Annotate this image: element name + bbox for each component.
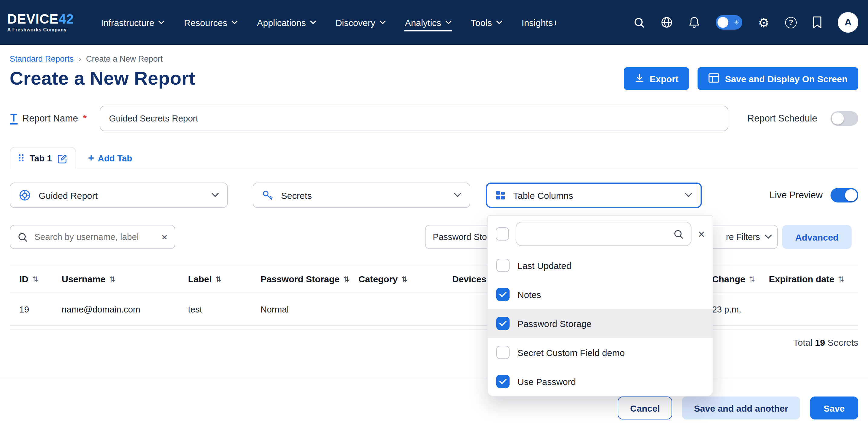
chevron-down-icon xyxy=(765,235,772,239)
search-icon[interactable] xyxy=(633,17,645,28)
password-storage-filter-label: Password Stor xyxy=(433,232,490,242)
user-avatar[interactable]: A xyxy=(838,12,858,33)
table-columns-select[interactable]: Table Columns xyxy=(486,183,702,208)
add-tab-label: Add Tab xyxy=(98,153,132,163)
close-icon[interactable]: × xyxy=(698,228,705,240)
column-label: Devices xyxy=(452,274,486,284)
checkbox[interactable] xyxy=(496,346,509,359)
sort-icon[interactable]: ⇅ xyxy=(401,275,407,283)
dropdown-search-row: × xyxy=(488,216,713,251)
option-label: Password Storage xyxy=(518,318,591,329)
sort-icon[interactable]: ⇅ xyxy=(749,275,755,283)
tab-1-label: Tab 1 xyxy=(30,154,52,163)
nav-label: Infrastructure xyxy=(101,17,154,28)
toggle-knob xyxy=(845,189,857,201)
theme-toggle[interactable]: ☀ xyxy=(716,15,742,30)
columns-grid-icon xyxy=(496,190,505,200)
cancel-button[interactable]: Cancel xyxy=(618,397,672,419)
chevron-down-icon xyxy=(445,20,452,25)
sort-icon[interactable]: ⇅ xyxy=(215,275,221,283)
save-and-display-button[interactable]: Save and Display On Screen xyxy=(698,67,858,90)
secrets-table: ID⇅ Username⇅ Label⇅ Password Storage⇅ C… xyxy=(10,265,858,330)
report-type-value: Guided Report xyxy=(39,190,98,200)
help-icon[interactable]: ? xyxy=(785,17,797,28)
live-preview-control: Live Preview xyxy=(770,188,858,202)
nav-label: Tools xyxy=(471,17,492,28)
column-header-expiration-date[interactable]: Expiration date⇅ xyxy=(759,266,858,292)
tab-1[interactable]: Tab 1 xyxy=(10,147,76,169)
download-icon xyxy=(635,73,644,84)
advanced-filters-button[interactable]: Advanced xyxy=(782,225,852,249)
export-button[interactable]: Export xyxy=(624,67,689,90)
toggle-knob xyxy=(717,17,728,28)
total-prefix: Total xyxy=(793,337,812,348)
title-row: Create a New Report Export Save and Disp… xyxy=(0,67,868,90)
chevron-down-icon xyxy=(212,193,219,198)
footer-divider xyxy=(0,378,868,378)
device42-logo[interactable]: DEVICE42 A Freshworks Company xyxy=(7,12,85,32)
cell-category xyxy=(349,293,442,325)
save-and-add-another-button[interactable]: Save and add another xyxy=(682,397,800,419)
select-all-checkbox[interactable] xyxy=(496,227,509,241)
columns-search-input[interactable] xyxy=(523,228,669,239)
sort-icon[interactable]: ⇅ xyxy=(343,275,349,283)
page-title: Create a New Report xyxy=(10,68,195,89)
nav-item-infrastructure[interactable]: Infrastructure xyxy=(100,13,165,31)
column-header-password-storage[interactable]: Password Storage⇅ xyxy=(251,266,349,292)
export-label: Export xyxy=(650,73,679,84)
bell-icon[interactable] xyxy=(688,16,700,28)
breadcrumb: Standard Reports › Create a New Report xyxy=(10,54,858,63)
cell-id: 19 xyxy=(10,293,52,325)
column-option-secret-custom-field-demo[interactable]: Secret Custom Field demo xyxy=(488,338,713,367)
search-icon xyxy=(18,232,28,242)
nav-item-applications[interactable]: Applications xyxy=(256,13,317,31)
column-header-label[interactable]: Label⇅ xyxy=(178,266,251,292)
drag-handle-icon[interactable] xyxy=(18,153,24,163)
column-option-password-storage[interactable]: Password Storage xyxy=(488,309,713,338)
edit-icon[interactable] xyxy=(57,153,68,163)
nav-label: Discovery xyxy=(336,17,375,28)
live-preview-toggle[interactable] xyxy=(831,188,858,202)
topbar-icons: ☀ ⚙ ? A xyxy=(633,12,858,33)
breadcrumb-link-standard-reports[interactable]: Standard Reports xyxy=(10,54,74,63)
table-search-input[interactable] xyxy=(33,231,156,242)
nav-item-discovery[interactable]: Discovery xyxy=(335,13,386,31)
checkbox[interactable] xyxy=(496,288,509,301)
column-option-use-password[interactable]: Use Password xyxy=(488,367,713,396)
column-label: Username xyxy=(62,274,105,284)
column-option-notes[interactable]: Notes xyxy=(488,280,713,309)
sort-icon[interactable]: ⇅ xyxy=(32,275,38,283)
checkbox[interactable] xyxy=(496,375,509,388)
chevron-down-icon xyxy=(159,20,165,25)
report-type-select[interactable]: Guided Report xyxy=(10,183,228,208)
option-label: Secret Custom Field demo xyxy=(518,347,625,357)
gear-icon[interactable]: ⚙ xyxy=(758,16,770,29)
bookmark-icon[interactable] xyxy=(812,16,822,28)
report-schedule-toggle[interactable] xyxy=(831,111,858,126)
add-tab-button[interactable]: + Add Tab xyxy=(88,153,132,169)
sort-icon[interactable]: ⇅ xyxy=(838,275,844,283)
checkbox[interactable] xyxy=(496,259,509,272)
column-header-username[interactable]: Username⇅ xyxy=(52,266,178,292)
save-and-display-label: Save and Display On Screen xyxy=(725,73,847,84)
report-name-input[interactable] xyxy=(100,106,729,131)
save-button[interactable]: Save xyxy=(810,397,858,419)
tab-bar: Tab 1 + Add Tab xyxy=(10,146,858,169)
nav-item-insights[interactable]: Insights+ xyxy=(521,13,559,31)
clear-search-icon[interactable]: × xyxy=(161,232,167,242)
globe-icon[interactable] xyxy=(661,16,673,28)
column-header-category[interactable]: Category⇅ xyxy=(349,266,442,292)
column-header-id[interactable]: ID⇅ xyxy=(10,266,52,292)
object-type-select[interactable]: Secrets xyxy=(253,183,470,208)
nav-item-resources[interactable]: Resources xyxy=(183,13,238,31)
logo-text: DEVICE42 xyxy=(7,12,85,26)
top-navigation-bar: DEVICE42 A Freshworks Company Infrastruc… xyxy=(0,0,868,45)
columns-search xyxy=(516,222,691,246)
checkbox[interactable] xyxy=(496,317,509,330)
column-option-last-updated[interactable]: Last Updated xyxy=(488,251,713,280)
option-label: Notes xyxy=(518,289,541,300)
nav-item-tools[interactable]: Tools xyxy=(470,13,503,31)
sort-icon[interactable]: ⇅ xyxy=(109,275,115,283)
nav-item-analytics[interactable]: Analytics xyxy=(404,13,452,31)
filters-row: × Password Stor re Filters Advanced xyxy=(0,225,868,249)
